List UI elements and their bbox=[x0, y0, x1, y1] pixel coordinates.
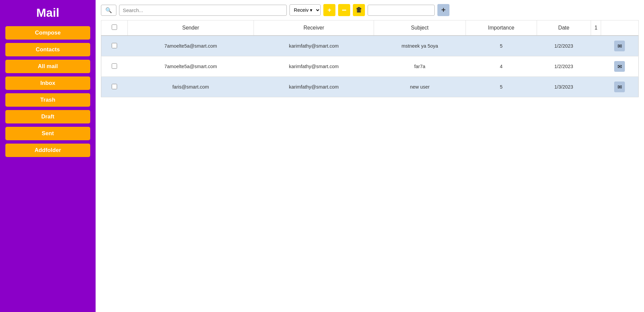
row-receiver: karimfathy@smart.com bbox=[254, 56, 374, 77]
row-receiver: karimfathy@smart.com bbox=[254, 36, 374, 56]
header-action bbox=[601, 20, 639, 36]
row-action: ✉ bbox=[601, 56, 639, 77]
row-checkbox[interactable] bbox=[112, 43, 117, 48]
header-date: Date bbox=[537, 20, 591, 36]
header-importance: Importance bbox=[466, 20, 537, 36]
row-checkbox-cell bbox=[101, 36, 128, 56]
mail-table: Sender Receiver Subject Importance Date … bbox=[101, 20, 639, 97]
row-subject: new user bbox=[374, 77, 466, 97]
table-header-row: Sender Receiver Subject Importance Date … bbox=[101, 20, 639, 36]
mail-table-body: 7amoelte5a@smart.com karimfathy@smart.co… bbox=[101, 36, 639, 97]
filter-select[interactable]: Receiv ▾ Sender Subject bbox=[289, 4, 321, 16]
row-num bbox=[591, 56, 601, 77]
delete-button[interactable]: 🗑 bbox=[353, 4, 365, 16]
add-button[interactable]: + bbox=[323, 4, 335, 16]
table-row: 7amoelte5a@smart.com karimfathy@smart.co… bbox=[101, 56, 639, 77]
row-sender: 7amoelte5a@smart.com bbox=[127, 36, 254, 56]
sidebar-item-contacts[interactable]: Contacts bbox=[5, 43, 90, 56]
mail-icon-button[interactable]: ✉ bbox=[614, 61, 625, 72]
header-subject: Subject bbox=[374, 20, 466, 36]
row-num bbox=[591, 77, 601, 97]
app-title: Mail bbox=[36, 6, 59, 19]
sidebar-item-allmail[interactable]: All mail bbox=[5, 60, 90, 73]
row-action: ✉ bbox=[601, 36, 639, 56]
row-sender: faris@smart.com bbox=[127, 77, 254, 97]
sidebar-item-trash[interactable]: Trash bbox=[5, 93, 90, 107]
search-button[interactable]: 🔍 bbox=[101, 5, 116, 16]
row-date: 1/3/2023 bbox=[537, 77, 591, 97]
header-sender: Sender bbox=[127, 20, 254, 36]
mail-icon-button[interactable]: ✉ bbox=[614, 41, 625, 51]
sidebar: Mail Compose Contacts All mail Inbox Tra… bbox=[0, 0, 96, 312]
sidebar-item-compose[interactable]: Compose bbox=[5, 26, 90, 40]
sidebar-item-inbox[interactable]: Inbox bbox=[5, 76, 90, 90]
row-checkbox[interactable] bbox=[112, 63, 117, 69]
row-receiver: karimfathy@smart.com bbox=[254, 77, 374, 97]
search-input[interactable] bbox=[119, 5, 287, 16]
select-all-checkbox[interactable] bbox=[112, 24, 117, 30]
sidebar-item-sent[interactable]: Sent bbox=[5, 127, 90, 140]
sidebar-item-draft[interactable]: Draft bbox=[5, 110, 90, 123]
row-subject: far7a bbox=[374, 56, 466, 77]
row-date: 1/2/2023 bbox=[537, 56, 591, 77]
table-row: 7amoelte5a@smart.com karimfathy@smart.co… bbox=[101, 36, 639, 56]
table-row: faris@smart.com karimfathy@smart.com new… bbox=[101, 77, 639, 97]
row-sender: 7amoelte5a@smart.com bbox=[127, 56, 254, 77]
header-receiver: Receiver bbox=[254, 20, 374, 36]
row-subject: mstneek ya 5oya bbox=[374, 36, 466, 56]
add-folder-button[interactable]: + bbox=[437, 4, 449, 16]
row-importance: 5 bbox=[466, 36, 537, 56]
folder-name-input[interactable] bbox=[368, 5, 435, 16]
header-checkbox bbox=[101, 20, 128, 36]
row-date: 1/2/2023 bbox=[537, 36, 591, 56]
row-checkbox-cell bbox=[101, 56, 128, 77]
main-content: 🔍 Receiv ▾ Sender Subject + − 🗑 + Sender… bbox=[96, 0, 644, 312]
sidebar-item-addfolder[interactable]: Addfolder bbox=[5, 144, 90, 157]
row-num bbox=[591, 36, 601, 56]
row-importance: 4 bbox=[466, 56, 537, 77]
remove-button[interactable]: − bbox=[338, 4, 350, 16]
header-num: 1 bbox=[591, 20, 601, 36]
mail-icon-button[interactable]: ✉ bbox=[614, 82, 625, 92]
row-importance: 5 bbox=[466, 77, 537, 97]
toolbar: 🔍 Receiv ▾ Sender Subject + − 🗑 + bbox=[101, 4, 639, 16]
row-action: ✉ bbox=[601, 77, 639, 97]
row-checkbox-cell bbox=[101, 77, 128, 97]
row-checkbox[interactable] bbox=[112, 84, 117, 89]
